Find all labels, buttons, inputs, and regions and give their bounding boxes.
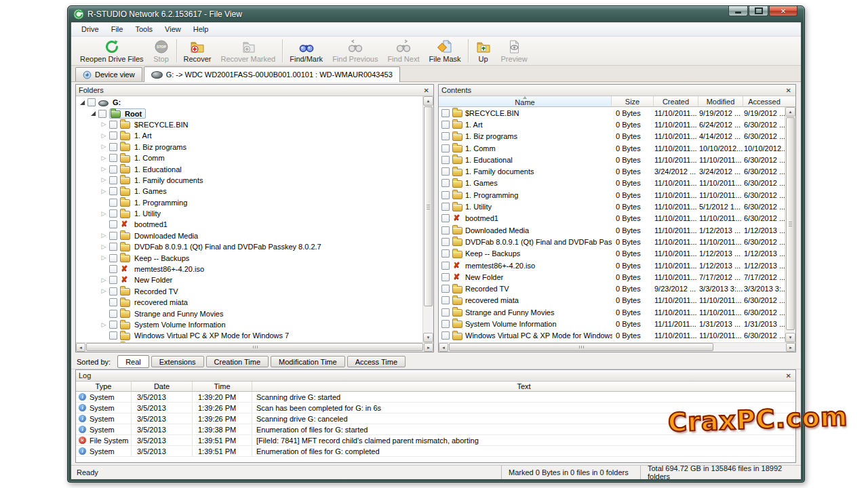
table-row[interactable]: 1. Utility0 Bytes11/10/2011...5/1/2012 1… <box>439 201 785 212</box>
tree-row[interactable]: 1. Art <box>76 130 422 141</box>
column-header-created[interactable]: Created <box>654 96 698 107</box>
stop-button[interactable]: STOP Stop <box>149 37 174 65</box>
checkbox[interactable] <box>109 176 117 184</box>
expand-icon[interactable] <box>100 321 108 329</box>
checkbox[interactable] <box>441 262 450 270</box>
checkbox[interactable] <box>441 308 450 317</box>
sort-tab-real[interactable]: Real <box>117 355 149 368</box>
tree-row[interactable]: 1. Family documents <box>76 175 422 186</box>
checkbox[interactable] <box>109 298 117 306</box>
checkbox[interactable] <box>109 276 117 284</box>
up-button[interactable]: Up <box>471 37 496 65</box>
log-row[interactable]: iSystem3/5/20131:39:20 PMScanning drive … <box>76 392 795 403</box>
checkbox[interactable] <box>109 143 117 151</box>
checkbox[interactable] <box>109 165 117 174</box>
checkbox[interactable] <box>441 238 450 246</box>
tree-row[interactable]: memtest86+-4.20.iso <box>76 264 422 274</box>
checkbox[interactable] <box>109 321 117 329</box>
table-row[interactable]: 1. Programming0 Bytes11/10/2011...11/10/… <box>439 189 785 201</box>
menu-file[interactable]: File <box>105 24 130 35</box>
table-row[interactable]: DVDFab 8.0.9.1 (Qt) Final and DVDFab Pas… <box>439 236 785 247</box>
contents-vscroll[interactable]: ▲ ▼ <box>785 107 795 342</box>
checkbox[interactable] <box>109 154 117 162</box>
checkbox[interactable] <box>441 214 450 222</box>
table-row[interactable]: 1. Biz programs0 Bytes11/10/2011...4/14/… <box>439 131 785 142</box>
column-header-accessed[interactable]: Accessed <box>743 96 785 107</box>
folders-close-icon[interactable]: ✕ <box>422 87 431 94</box>
log-row[interactable]: iSystem3/5/20131:39:51 PMEnumeration of … <box>76 446 795 457</box>
reopen-drive-files-button[interactable]: Reopen Drive Files <box>75 37 149 65</box>
scroll-left-icon[interactable]: ◄ <box>439 343 448 352</box>
scroll-thumb[interactable] <box>449 343 713 351</box>
tree-row[interactable]: DVDFab 8.0.9.1 (Qt) Final and DVDFab Pas… <box>76 241 422 252</box>
expand-icon[interactable] <box>100 143 108 151</box>
tree-row[interactable]: Downloaded Media <box>76 230 422 241</box>
scroll-thumb[interactable] <box>786 117 795 330</box>
expand-icon[interactable] <box>100 254 108 262</box>
table-row[interactable]: Recorded TV0 Bytes9/23/2012 ...3/3/2013 … <box>439 283 785 294</box>
checkbox[interactable] <box>441 191 450 199</box>
scroll-thumb[interactable] <box>86 343 423 351</box>
checkbox[interactable] <box>441 144 450 152</box>
table-row[interactable]: recovered miata0 Bytes11/10/2011...11/10… <box>439 295 785 306</box>
checkbox[interactable] <box>109 254 117 262</box>
checkbox[interactable] <box>109 232 117 240</box>
expand-icon[interactable] <box>100 243 108 251</box>
table-row[interactable]: 1. Educational0 Bytes11/10/2011...11/10/… <box>439 154 785 165</box>
tree-row[interactable]: Strange and Funny Movies <box>76 308 422 319</box>
minimize-button[interactable] <box>728 6 748 16</box>
checkbox[interactable] <box>441 179 450 187</box>
checkbox[interactable] <box>441 296 450 304</box>
tree-row[interactable]: Root <box>76 108 422 119</box>
checkbox[interactable] <box>109 209 117 218</box>
find-next-button[interactable]: Find Next <box>382 37 424 65</box>
log-close-icon[interactable]: ✕ <box>785 372 793 380</box>
checkbox[interactable] <box>109 220 117 228</box>
tree-row[interactable]: 1. Utility <box>76 208 422 219</box>
contents-hscroll[interactable]: ◄ ► <box>439 342 795 352</box>
find-mark-button[interactable]: Find/Mark <box>285 37 328 65</box>
menu-drive[interactable]: Drive <box>75 24 105 35</box>
menu-tools[interactable]: Tools <box>129 24 159 35</box>
expand-icon[interactable] <box>100 232 108 240</box>
table-row[interactable]: New Folder0 Bytes11/10/2011...7/17/2012 … <box>439 271 785 283</box>
table-row[interactable]: System Volume Information0 Bytes11/11/20… <box>439 318 785 329</box>
table-row[interactable]: 1. Comm0 Bytes11/10/2011...10/10/2012...… <box>439 142 785 154</box>
checkbox[interactable] <box>441 156 450 164</box>
checkbox[interactable] <box>109 265 117 273</box>
tree-row[interactable]: Recorded TV <box>76 286 422 297</box>
checkbox[interactable] <box>441 226 450 235</box>
sort-tab-modification-time[interactable]: Modification Time <box>271 356 345 367</box>
checkbox[interactable] <box>98 110 106 118</box>
expand-icon[interactable] <box>100 176 108 184</box>
table-row[interactable]: 1. Art0 Bytes11/10/2011...6/24/2012 ...6… <box>439 119 785 130</box>
table-row[interactable]: 1. Games0 Bytes11/10/2011...11/10/2011..… <box>439 178 785 189</box>
collapse-icon[interactable] <box>78 98 86 106</box>
tree-row[interactable]: $RECYCLE.BIN <box>76 119 422 130</box>
tab-drive-g[interactable]: G: -> WDC WD2001FASS-00U0B001.00101 : WD… <box>144 66 400 82</box>
expand-icon[interactable] <box>100 121 108 129</box>
expand-icon[interactable] <box>100 187 108 195</box>
expand-icon[interactable] <box>100 154 108 162</box>
tree-row[interactable]: Windows Virtual PC & XP Mode for Windows… <box>76 330 422 341</box>
scroll-down-icon[interactable]: ▼ <box>785 333 795 342</box>
find-previous-button[interactable]: Find Previous <box>328 37 382 65</box>
tree-row[interactable]: recovered miata <box>76 297 422 308</box>
recover-button[interactable]: Recover <box>179 37 216 65</box>
scroll-left-icon[interactable]: ◄ <box>76 343 85 352</box>
log-column-type[interactable]: Type <box>76 382 132 392</box>
sort-tab-extensions[interactable]: Extensions <box>151 356 204 367</box>
tree-row[interactable]: Keep -- Backups <box>76 252 422 263</box>
sort-tab-access-time[interactable]: Access Time <box>347 356 406 367</box>
checkbox[interactable] <box>441 109 450 117</box>
expand-icon[interactable] <box>100 209 108 218</box>
tree-row[interactable]: bootmed1 <box>76 219 422 230</box>
expand-icon[interactable] <box>100 131 108 140</box>
scroll-right-icon[interactable]: ► <box>424 343 433 352</box>
table-row[interactable]: Keep -- Backups0 Bytes11/10/2011...1/12/… <box>439 248 785 260</box>
tree-row[interactable]: 1. Comm <box>76 152 422 163</box>
table-row[interactable]: bootmed10 Bytes11/10/2011...11/10/2011..… <box>439 213 785 224</box>
checkbox[interactable] <box>109 331 117 340</box>
collapse-icon[interactable] <box>89 110 97 118</box>
file-mask-button[interactable]: File Mask <box>424 37 465 65</box>
